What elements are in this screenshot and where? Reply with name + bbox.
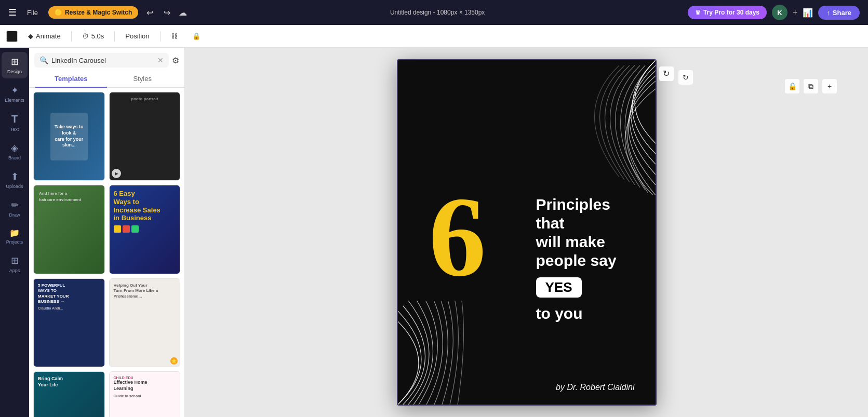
toolbar-separator [71,31,72,42]
sidebar-label-brand: Brand [8,155,21,160]
sidebar-item-brand[interactable]: ◈ Brand [2,138,28,165]
share-label: Share [833,9,851,17]
text-icon: T [11,113,18,125]
list-item[interactable]: 5 POWERFULWAYS TOMARKET YOURBUSINESS → C… [33,278,105,367]
list-item[interactable]: photo portrait ▶ [109,92,181,181]
pro-badge: ⭐ [170,357,178,365]
tab-templates[interactable]: Templates [35,71,107,88]
toolbar: ◆ Animate ⏱ 5.0s Position ⛓ 🔒 [0,25,868,48]
filter-button[interactable]: ⚙ [172,56,179,65]
canvas-card[interactable]: 6 Principles that will make people say Y… [397,59,657,406]
file-button[interactable]: File [23,7,42,19]
uploads-icon: ⬆ [11,171,19,182]
search-box: 🔍 ✕ [34,53,169,68]
sidebar-item-draw[interactable]: ✏ Draw [2,195,28,222]
draw-icon: ✏ [11,199,19,211]
topbar: ☰ File 🟡 Resize & Magic Switch ↩ ↪ ☁ Unt… [0,0,868,25]
svg-rect-0 [520,60,656,195]
tab-styles[interactable]: Styles [107,71,179,88]
sidebar-item-elements[interactable]: ✦ Elements [2,80,28,107]
sidebar-item-design[interactable]: ⊞ Design [2,52,28,78]
template-thumbnail: 5 POWERFULWAYS TOMARKET YOURBUSINESS → C… [34,279,104,367]
topbar-left: ☰ File 🟡 Resize & Magic Switch ↩ ↪ ☁ [8,6,187,20]
color-swatch[interactable] [6,31,18,42]
list-item[interactable]: And here for ahaircare environment [33,185,105,274]
canvas-actions: 🔒 ⧉ + [785,79,837,93]
sidebar-label-elements: Elements [5,98,24,103]
magic-icon: 🟡 [55,9,62,16]
magic-switch-button[interactable]: 🟡 Resize & Magic Switch [48,6,138,19]
list-item[interactable]: 6 EasyWays toIncrease Salesin Business [109,185,181,274]
hamburger-button[interactable]: ☰ [8,7,17,18]
search-input[interactable] [51,57,154,64]
apps-icon: ⊞ [11,255,19,266]
list-item[interactable]: Take ways to look &care for your skin... [33,92,105,181]
brand-icon: ◈ [11,142,18,154]
avatar[interactable]: K [772,5,787,20]
panel-search: 🔍 ✕ ⚙ [29,48,184,71]
lock-canvas-button[interactable]: 🔒 [785,79,799,93]
wavy-decoration-top [520,60,656,195]
topbar-right: ♛ Try Pro for 30 days K + 📊 ↑ Share [688,5,860,20]
duration-button[interactable]: ⏱ 5.0s [78,30,109,42]
undo-button[interactable]: ↩ [144,6,155,20]
topbar-center: Untitled design - 1080px × 1350px [390,9,485,16]
refresh-button[interactable]: ↻ [678,70,693,85]
canvas-line4: to you [536,305,635,322]
design-title: Untitled design - 1080px × 1350px [390,9,485,16]
sidebar-label-projects: Projects [6,239,23,245]
redo-button[interactable]: ↪ [162,6,172,20]
elements-icon: ✦ [11,85,19,96]
duplicate-canvas-button[interactable]: ⧉ [804,79,818,93]
play-icon: ▶ [112,169,121,178]
duration-icon: ⏱ [82,32,89,40]
search-icon: 🔍 [39,56,48,64]
big-number: 6 [429,180,486,294]
lock-icon: 🔒 [192,32,201,40]
search-clear-icon[interactable]: ✕ [157,56,164,64]
sidebar-label-text: Text [10,127,19,132]
sidebar-label-design: Design [7,69,22,74]
template-thumbnail: photo portrait ▶ [110,92,180,180]
canvas-refresh-button[interactable]: ↻ [659,66,674,81]
sidebar-label-uploads: Uploads [6,184,23,189]
magic-switch-label: Resize & Magic Switch [65,9,132,16]
sidebar-item-uploads[interactable]: ⬆ Uploads [2,167,28,193]
position-button[interactable]: Position [121,30,153,42]
panel-content: Take ways to look &care for your skin...… [29,88,184,417]
animate-label: Animate [36,32,61,40]
author-text: by Dr. Robert Cialdini [556,383,634,392]
canvas-area: 🔒 ⧉ + ↻ [185,48,868,417]
link-button[interactable]: ⛓ [167,30,182,42]
principles-text: Principles that will make people say YES… [536,195,635,322]
templates-grid: Take ways to look &care for your skin...… [33,92,180,417]
add-canvas-button[interactable]: + [822,79,837,93]
toolbar-separator-3 [160,31,161,42]
cloud-save-button[interactable]: ☁ [179,8,187,18]
try-pro-label: Try Pro for 30 days [703,9,759,16]
share-icon: ↑ [826,9,830,17]
animate-button[interactable]: ◆ Animate [24,30,65,42]
sidebar-label-apps: Apps [9,268,20,273]
lock-button[interactable]: 🔒 [188,30,205,42]
yes-badge: YES [536,277,582,298]
design-icon: ⊞ [11,56,19,68]
sidebar-item-text[interactable]: T Text [2,109,28,136]
toolbar-separator-2 [114,31,115,42]
template-thumbnail: CHILD EDU Effective HomeLearning Guide t… [110,372,180,417]
template-thumbnail: Take ways to look &care for your skin... [34,92,104,180]
canvas-line1: Principles that [536,195,635,233]
panel-tabs: Templates Styles [29,71,184,88]
stats-button[interactable]: 📊 [803,8,813,18]
try-pro-button[interactable]: ♛ Try Pro for 30 days [688,6,767,19]
main-area: ⊞ Design ✦ Elements T Text ◈ Brand ⬆ Upl… [0,48,868,417]
add-member-button[interactable]: + [793,8,797,17]
position-label: Position [125,32,149,40]
sidebar-item-apps[interactable]: ⊞ Apps [2,251,28,277]
crown-icon: ♛ [695,9,701,16]
list-item[interactable]: CHILD EDU Effective HomeLearning Guide t… [109,371,181,417]
list-item[interactable]: Helping Out YourTurn From More Like aPro… [109,278,181,367]
share-button[interactable]: ↑ Share [818,6,860,20]
list-item[interactable]: Bring CalmYour Life Coach... ⭐ [33,371,105,417]
sidebar-item-projects[interactable]: 📁 Projects [2,224,28,249]
